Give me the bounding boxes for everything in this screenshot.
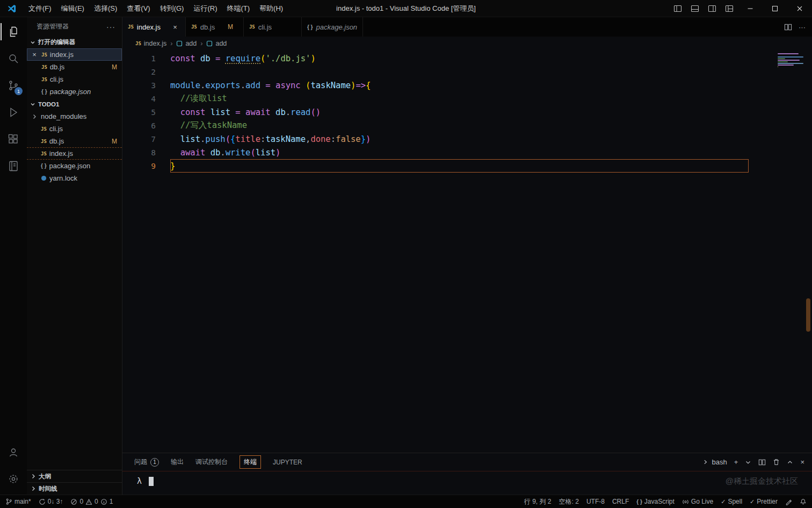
breadcrumb-symbol-add[interactable]: add xyxy=(176,40,197,47)
tab-db-js[interactable]: JS db.js M xyxy=(186,17,244,37)
activity-explorer[interactable] xyxy=(1,18,26,45)
open-editor-index-js[interactable]: × JS index.js xyxy=(27,48,122,61)
code-line[interactable]: 9} xyxy=(122,159,749,173)
terminal-view[interactable]: λ @稀土掘金技术社区 xyxy=(122,471,812,495)
line-number[interactable]: 3 xyxy=(122,81,156,90)
problems-indicator[interactable]: 0 0 1 xyxy=(70,498,113,505)
code-line[interactable]: 4 //读取list xyxy=(122,92,749,105)
activity-account[interactable] xyxy=(1,439,26,466)
activity-source-control[interactable]: 1 xyxy=(1,72,26,99)
line-number[interactable]: 6 xyxy=(122,121,156,130)
more-actions-icon[interactable]: ··· xyxy=(106,23,115,31)
tree-item-index-js[interactable]: JS index.js xyxy=(27,147,122,160)
line-number[interactable]: 1 xyxy=(122,54,156,63)
close-window-button[interactable] xyxy=(787,0,812,17)
menu-help[interactable]: 帮助(H) xyxy=(255,1,288,16)
scrollbar-marker[interactable] xyxy=(806,298,810,332)
close-tab-icon[interactable]: × xyxy=(170,23,180,31)
activity-run-debug[interactable] xyxy=(1,99,26,126)
activity-search[interactable] xyxy=(1,45,26,72)
menu-selection[interactable]: 选择(S) xyxy=(89,1,122,16)
tree-item-yarn-lock[interactable]: yarn.lock xyxy=(27,172,122,184)
activity-extensions[interactable] xyxy=(1,126,26,153)
panel-tab-problems[interactable]: 问题 1 xyxy=(134,457,159,467)
notifications-button[interactable] xyxy=(800,498,807,505)
toggle-panel-icon[interactable] xyxy=(686,0,704,17)
close-panel-icon[interactable]: × xyxy=(800,458,804,466)
outline-section[interactable]: 大纲 xyxy=(27,470,122,482)
indentation[interactable]: 空格: 2 xyxy=(559,497,579,506)
code-line[interactable]: 2 xyxy=(122,65,749,78)
code-editor[interactable]: 1const db = require('./db.js')23module.e… xyxy=(122,50,812,453)
activity-notebook[interactable] xyxy=(1,153,26,180)
terminal-shell-selector[interactable]: bash xyxy=(703,458,727,466)
language-mode[interactable]: { } JavaScript xyxy=(636,498,675,505)
window-title: index.js - todo1 - Visual Studio Code [管… xyxy=(336,4,476,13)
menu-goto[interactable]: 转到(G) xyxy=(155,1,189,16)
panel-tab-debug-console[interactable]: 调试控制台 xyxy=(195,457,228,467)
js-file-icon: JS xyxy=(128,24,134,30)
go-live-button[interactable]: Go Live xyxy=(682,498,713,505)
minimize-button[interactable] xyxy=(738,0,763,17)
open-editor-db-js[interactable]: JS db.js M xyxy=(27,61,122,73)
open-editor-cli-js[interactable]: JS cli.js xyxy=(27,73,122,85)
tab-cli-js[interactable]: JS cli.js xyxy=(244,17,302,37)
cursor-position[interactable]: 行 9, 列 2 xyxy=(524,497,552,506)
tab-index-js[interactable]: JS index.js × xyxy=(122,17,186,37)
tab-package-json[interactable]: { } package.json xyxy=(302,17,363,37)
code-text: //读取list xyxy=(156,93,227,104)
code-line[interactable]: 1const db = require('./db.js') xyxy=(122,52,749,65)
line-number[interactable]: 5 xyxy=(122,108,156,117)
split-editor-icon[interactable] xyxy=(784,23,792,31)
breadcrumb-symbol-add-2[interactable]: add xyxy=(206,40,227,47)
code-line[interactable]: 6 //写入taskName xyxy=(122,119,749,132)
tree-item-cli-js[interactable]: JS cli.js xyxy=(27,123,122,135)
timeline-section[interactable]: 时间线 xyxy=(27,482,122,495)
maximize-panel-icon[interactable] xyxy=(787,459,793,466)
code-line[interactable]: 8 await db.write(list) xyxy=(122,146,749,159)
prettier-status[interactable]: ✓ Prettier xyxy=(750,498,778,505)
folder-header-todo1[interactable]: TODO1 xyxy=(27,98,122,110)
kill-terminal-icon[interactable] xyxy=(773,459,780,466)
chevron-down-icon[interactable] xyxy=(745,459,751,466)
maximize-button[interactable] xyxy=(763,0,787,17)
breadcrumb-file[interactable]: JS index.js xyxy=(135,40,166,47)
panel-tab-jupyter[interactable]: JUPYTER xyxy=(273,459,302,466)
tree-item-node-modules[interactable]: node_modules xyxy=(27,110,122,123)
sync-indicator[interactable]: 0↓ 3↑ xyxy=(39,498,63,505)
panel-tab-terminal[interactable]: 终端 xyxy=(240,455,261,469)
menu-view[interactable]: 查看(V) xyxy=(122,1,155,16)
menu-file[interactable]: 文件(F) xyxy=(24,1,56,16)
open-editor-package-json[interactable]: { } package.json xyxy=(27,85,122,98)
line-number[interactable]: 2 xyxy=(122,68,156,76)
eol-sequence[interactable]: CRLF xyxy=(612,498,629,505)
close-icon[interactable]: × xyxy=(30,51,39,59)
open-editors-header[interactable]: 打开的编辑器 xyxy=(27,36,122,48)
menu-edit[interactable]: 编辑(E) xyxy=(56,1,89,16)
code-line[interactable]: 3module.exports.add = async (taskName)=>… xyxy=(122,78,749,92)
new-terminal-icon[interactable]: + xyxy=(734,458,738,466)
feedback-button[interactable] xyxy=(785,498,792,505)
customize-layout-icon[interactable] xyxy=(721,0,738,17)
toggle-sidebar-icon[interactable] xyxy=(669,0,686,17)
line-number[interactable]: 9 xyxy=(122,162,156,170)
title-bar: 文件(F) 编辑(E) 选择(S) 查看(V) 转到(G) 运行(R) 终端(T… xyxy=(0,0,812,17)
line-number[interactable]: 7 xyxy=(122,135,156,144)
activity-settings[interactable] xyxy=(1,466,26,492)
line-number[interactable]: 8 xyxy=(122,148,156,157)
code-line[interactable]: 7 list.push({title:taskName,done:false}) xyxy=(122,132,749,146)
toggle-secondary-sidebar-icon[interactable] xyxy=(704,0,721,17)
branch-indicator[interactable]: main* xyxy=(5,498,31,505)
minimap[interactable] xyxy=(778,53,803,67)
code-line[interactable]: 5 const list = await db.read() xyxy=(122,105,749,119)
panel-tab-output[interactable]: 输出 xyxy=(171,457,184,467)
line-number[interactable]: 4 xyxy=(122,95,156,103)
tree-item-db-js[interactable]: JS db.js M xyxy=(27,135,122,147)
split-terminal-icon[interactable] xyxy=(758,459,766,466)
menu-terminal[interactable]: 终端(T) xyxy=(222,1,255,16)
spell-checker[interactable]: ✓ Spell xyxy=(721,498,742,505)
tree-item-package-json[interactable]: { } package.json xyxy=(27,160,122,172)
editor-more-actions-icon[interactable]: ··· xyxy=(799,23,806,31)
menu-run[interactable]: 运行(R) xyxy=(189,1,222,16)
encoding[interactable]: UTF-8 xyxy=(586,498,605,505)
